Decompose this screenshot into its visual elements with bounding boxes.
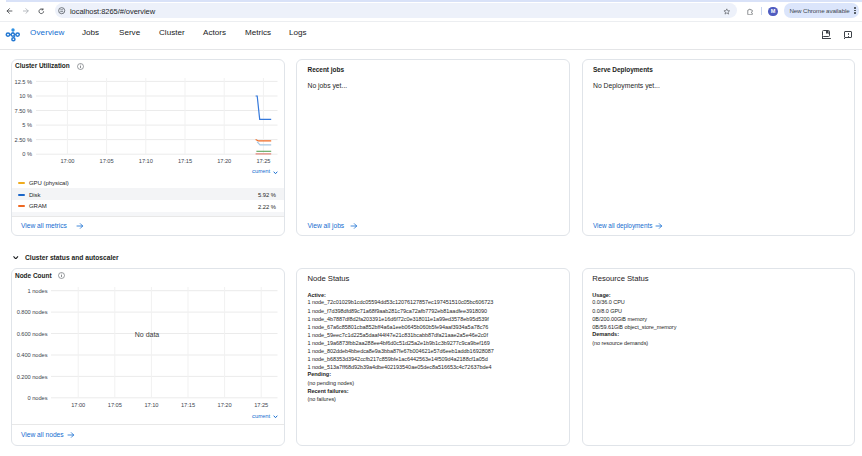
svg-text:17:20: 17:20 — [217, 158, 231, 164]
svg-text:2.50 %: 2.50 % — [15, 137, 32, 143]
svg-text:17:25: 17:25 — [256, 158, 270, 164]
svg-text:12.5 %: 12.5 % — [15, 79, 32, 85]
svg-text:17:10: 17:10 — [139, 158, 153, 164]
svg-text:17:05: 17:05 — [100, 158, 114, 164]
svg-text:17:00: 17:00 — [60, 158, 74, 164]
svg-text:0.400 nodes: 0.400 nodes — [17, 352, 48, 358]
svg-text:17:10: 17:10 — [144, 402, 158, 408]
svg-text:17:20: 17:20 — [218, 402, 232, 408]
svg-text:17:15: 17:15 — [181, 402, 195, 408]
svg-text:0.800 nodes: 0.800 nodes — [17, 309, 48, 315]
svg-text:0.200 nodes: 0.200 nodes — [17, 374, 48, 380]
svg-text:0 %: 0 % — [22, 151, 32, 157]
svg-text:17:15: 17:15 — [178, 158, 192, 164]
svg-text:10 %: 10 % — [19, 93, 32, 99]
svg-text:0 nodes: 0 nodes — [28, 395, 48, 401]
svg-text:17:05: 17:05 — [108, 402, 122, 408]
svg-text:17:25: 17:25 — [254, 402, 268, 408]
svg-text:No data: No data — [135, 331, 160, 338]
svg-text:5 %: 5 % — [22, 122, 32, 128]
svg-text:0.600 nodes: 0.600 nodes — [17, 331, 48, 337]
svg-text:17:00: 17:00 — [71, 402, 85, 408]
svg-text:7.50 %: 7.50 % — [15, 108, 32, 114]
svg-text:1 nodes: 1 nodes — [28, 288, 48, 294]
